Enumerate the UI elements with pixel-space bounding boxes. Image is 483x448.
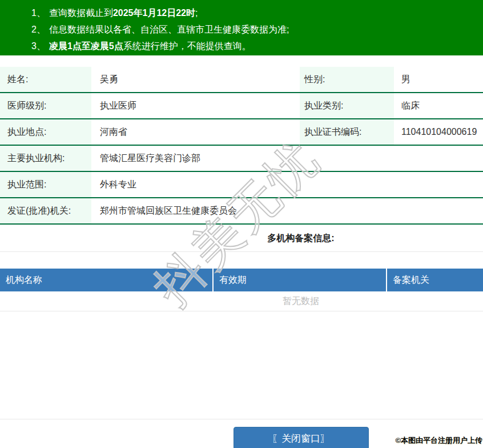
filing-table-header: 机构名称 有效期 备案机关 — [0, 269, 483, 291]
notice-line-2: 2、信息数据结果以各省、自治区、直辖市卫生健康委数据为准; — [31, 21, 483, 38]
gender-label: 性别: — [300, 67, 394, 92]
license-number-value: 110410104000619 — [394, 119, 483, 145]
notice-line-1: 1、查询数据截止到2025年1月12日22时; — [31, 5, 483, 21]
close-window-button[interactable]: 〖关闭窗口〗 — [234, 427, 369, 448]
notice-text-bold: 凌晨1点至凌晨5点 — [49, 41, 123, 51]
upload-credit-text: ©本图由平台注册用户上传 — [395, 435, 482, 446]
no-data-row: 暂无数据 — [0, 291, 483, 311]
table-row-main-institution: 主要执业机构: 管城汇星医疗美容门诊部 — [0, 146, 483, 172]
notice-number: 1、 — [31, 8, 46, 18]
blank-area — [0, 311, 483, 419]
main-institution-label: 主要执业机构: — [0, 146, 91, 171]
column-validity-period: 有效期 — [214, 269, 387, 291]
table-row-issuing-authority: 发证(批准)机关: 郑州市管城回族区卫生健康委员会 — [0, 198, 483, 225]
notice-text: 系统进行维护，不能提供查询。 — [123, 41, 251, 51]
issuing-authority-label: 发证(批准)机关: — [0, 198, 91, 223]
practice-scope-value: 外科专业 — [91, 172, 483, 197]
issuing-authority-value: 郑州市管城回族区卫生健康委员会 — [91, 198, 483, 223]
license-number-label: 执业证书编码: — [300, 119, 394, 145]
notice-number: 2、 — [31, 25, 46, 34]
table-row-location-license: 执业地点: 河南省 执业证书编码: 110410104000619 — [0, 119, 483, 146]
notice-line-3: 3、凌晨1点至凌晨5点系统进行维护，不能提供查询。 — [31, 38, 483, 54]
name-label: 姓名: — [0, 67, 91, 92]
table-row-name-gender: 姓名: 吴勇 性别: 男 — [0, 67, 483, 93]
main-institution-value: 管城汇星医疗美容门诊部 — [91, 146, 483, 171]
table-row-level-category: 医师级别: 执业医师 执业类别: 临床 — [0, 93, 483, 119]
practice-scope-label: 执业范围: — [0, 172, 91, 197]
notice-text: 查询数据截止到 — [49, 8, 113, 18]
practitioner-info-table: 姓名: 吴勇 性别: 男 医师级别: 执业医师 执业类别: 临床 执业地点: 河… — [0, 67, 483, 225]
gender-value: 男 — [394, 67, 483, 92]
notice-text-bold: 2025年1月12日22时 — [113, 8, 195, 18]
column-filing-authority: 备案机关 — [387, 269, 483, 291]
license-query-page: 1、查询数据截止到2025年1月12日22时; 2、信息数据结果以各省、自治区、… — [0, 0, 483, 448]
practice-category-label: 执业类别: — [300, 93, 394, 118]
notice-number: 3、 — [31, 41, 46, 51]
doctor-level-label: 医师级别: — [0, 93, 91, 118]
notice-banner: 1、查询数据截止到2025年1月12日22时; 2、信息数据结果以各省、自治区、… — [0, 0, 483, 55]
notice-text: 信息数据结果以各省、自治区、直辖市卫生健康委数据为准; — [49, 25, 289, 34]
table-row-practice-scope: 执业范围: 外科专业 — [0, 172, 483, 198]
column-institution-name: 机构名称 — [0, 269, 214, 291]
multi-institution-filing-title: 多机构备案信息: — [0, 225, 483, 252]
practice-location-value: 河南省 — [91, 119, 300, 145]
doctor-level-value: 执业医师 — [91, 93, 300, 118]
notice-text: ; — [195, 8, 198, 18]
practice-category-value: 临床 — [394, 93, 483, 118]
practice-location-label: 执业地点: — [0, 119, 91, 145]
name-value: 吴勇 — [91, 67, 300, 92]
